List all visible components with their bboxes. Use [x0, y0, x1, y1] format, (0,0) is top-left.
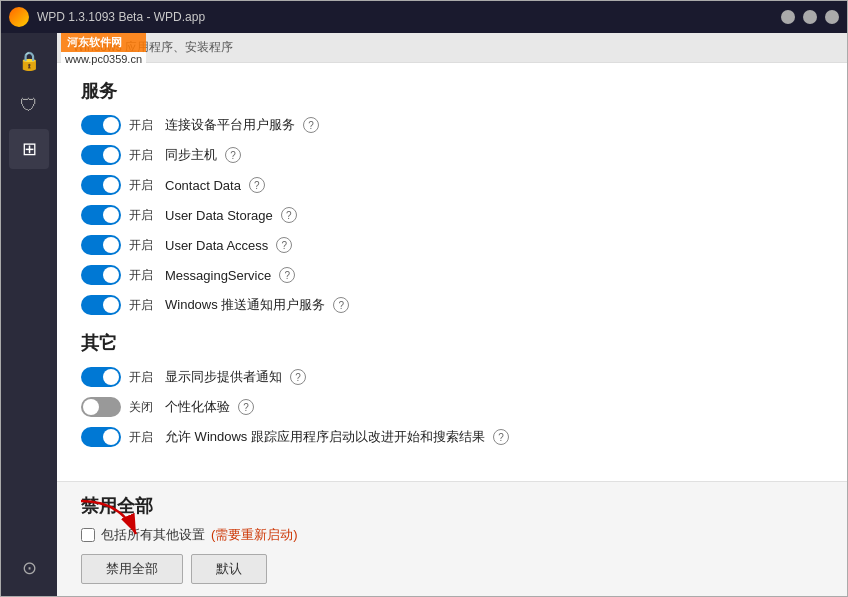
service-name-1: 连接设备平台用户服务	[165, 116, 295, 134]
service-name-4: User Data Storage	[165, 208, 273, 223]
toggle-label-3: 开启	[129, 177, 157, 194]
service-name-7: Windows 推送通知用户服务	[165, 296, 325, 314]
toggle-label-7: 开启	[129, 297, 157, 314]
help-icon-6[interactable]: ?	[279, 267, 295, 283]
help-icon-o3[interactable]: ?	[493, 429, 509, 445]
app-body: 🔒 🛡 ⊞ ⊙ Windows 应用程序、安装程序 服务	[1, 33, 847, 596]
help-icon-1[interactable]: ?	[303, 117, 319, 133]
service-row-3: 开启 Contact Data ?	[81, 175, 823, 195]
content-area: Windows 应用程序、安装程序 服务 开启 连接设备平台用户服务 ? 开启 …	[57, 33, 847, 596]
services-section-title: 服务	[81, 79, 823, 103]
help-icon-o2[interactable]: ?	[238, 399, 254, 415]
app-logo	[9, 7, 29, 27]
toggle-service-1[interactable]	[81, 115, 121, 135]
sidebar: 🔒 🛡 ⊞ ⊙	[1, 33, 57, 596]
toggle-label-6: 开启	[129, 267, 157, 284]
other-row-1: 开启 显示同步提供者通知 ?	[81, 367, 823, 387]
close-button[interactable]: ✕	[825, 10, 839, 24]
toggle-service-3[interactable]	[81, 175, 121, 195]
other-name-1: 显示同步提供者通知	[165, 368, 282, 386]
service-row-6: 开启 MessagingService ?	[81, 265, 823, 285]
toggle-service-4[interactable]	[81, 205, 121, 225]
titlebar: WPD 1.3.1093 Beta - WPD.app — □ ✕	[1, 1, 847, 33]
restart-note: (需要重新启动)	[211, 526, 298, 544]
service-row-2: 开启 同步主机 ?	[81, 145, 823, 165]
checkbox-row: 包括所有其他设置 (需要重新启动)	[81, 526, 823, 544]
other-row-3: 开启 允许 Windows 跟踪应用程序启动以改进开始和搜索结果 ?	[81, 427, 823, 447]
toggle-label-o3: 开启	[129, 429, 157, 446]
toggle-label-o2: 关闭	[129, 399, 157, 416]
include-all-checkbox[interactable]	[81, 528, 95, 542]
disable-section-title: 禁用全部	[81, 494, 823, 518]
service-row-5: 开启 User Data Access ?	[81, 235, 823, 255]
service-row-1: 开启 连接设备平台用户服务 ?	[81, 115, 823, 135]
service-name-5: User Data Access	[165, 238, 268, 253]
window-title: WPD 1.3.1093 Beta - WPD.app	[37, 10, 781, 24]
sidebar-item-apps[interactable]: ⊞	[9, 129, 49, 169]
service-name-3: Contact Data	[165, 178, 241, 193]
toggle-other-2[interactable]	[81, 397, 121, 417]
toggle-other-3[interactable]	[81, 427, 121, 447]
default-button[interactable]: 默认	[191, 554, 267, 584]
app-window: WPD 1.3.1093 Beta - WPD.app — □ ✕ 河东软件网 …	[0, 0, 848, 597]
apps-icon: ⊞	[22, 140, 37, 158]
help-icon-o1[interactable]: ?	[290, 369, 306, 385]
toggle-label-o1: 开启	[129, 369, 157, 386]
checkbox-label: 包括所有其他设置	[101, 526, 205, 544]
disable-all-button[interactable]: 禁用全部	[81, 554, 183, 584]
header-text: Windows 应用程序、安装程序	[73, 40, 233, 54]
compass-icon: ⊙	[22, 559, 37, 577]
toggle-label-1: 开启	[129, 117, 157, 134]
content-scroll[interactable]: 服务 开启 连接设备平台用户服务 ? 开启 同步主机 ? 开启	[57, 63, 847, 481]
service-name-2: 同步主机	[165, 146, 217, 164]
help-icon-7[interactable]: ?	[333, 297, 349, 313]
sidebar-item-compass[interactable]: ⊙	[9, 548, 49, 588]
sidebar-item-shield[interactable]: 🛡	[9, 85, 49, 125]
toggle-service-6[interactable]	[81, 265, 121, 285]
minimize-button[interactable]: —	[781, 10, 795, 24]
help-icon-5[interactable]: ?	[276, 237, 292, 253]
other-section-title: 其它	[81, 331, 823, 355]
service-name-6: MessagingService	[165, 268, 271, 283]
toggle-service-5[interactable]	[81, 235, 121, 255]
toggle-service-7[interactable]	[81, 295, 121, 315]
action-buttons: 禁用全部 默认	[81, 554, 823, 584]
window-controls: — □ ✕	[781, 10, 839, 24]
sidebar-item-lock[interactable]: 🔒	[9, 41, 49, 81]
toggle-label-5: 开启	[129, 237, 157, 254]
toggle-label-2: 开启	[129, 147, 157, 164]
other-name-3: 允许 Windows 跟踪应用程序启动以改进开始和搜索结果	[165, 428, 485, 446]
service-row-7: 开启 Windows 推送通知用户服务 ?	[81, 295, 823, 315]
content-header: Windows 应用程序、安装程序	[57, 33, 847, 63]
help-icon-4[interactable]: ?	[281, 207, 297, 223]
maximize-button[interactable]: □	[803, 10, 817, 24]
disable-section: 禁用全部 包括所有其他设置 (需要重新启动)	[57, 481, 847, 596]
help-icon-2[interactable]: ?	[225, 147, 241, 163]
lock-icon: 🔒	[18, 52, 40, 70]
toggle-other-1[interactable]	[81, 367, 121, 387]
shield-icon: 🛡	[20, 96, 38, 114]
other-name-2: 个性化体验	[165, 398, 230, 416]
service-row-4: 开启 User Data Storage ?	[81, 205, 823, 225]
toggle-label-4: 开启	[129, 207, 157, 224]
help-icon-3[interactable]: ?	[249, 177, 265, 193]
other-row-2: 关闭 个性化体验 ?	[81, 397, 823, 417]
toggle-service-2[interactable]	[81, 145, 121, 165]
